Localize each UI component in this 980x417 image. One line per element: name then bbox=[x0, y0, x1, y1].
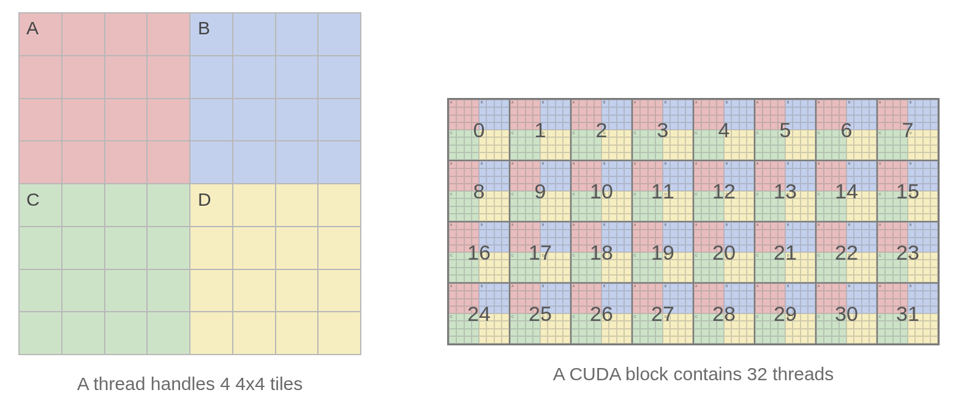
label-a: A bbox=[26, 18, 39, 39]
thread-number: 15 bbox=[878, 161, 938, 221]
thread-number: 0 bbox=[449, 100, 509, 160]
thread-20: ABCD20 bbox=[693, 222, 755, 283]
thread-8: ABCD8 bbox=[448, 160, 510, 222]
thread-4: ABCD4 bbox=[693, 99, 755, 160]
thread-3: ABCD3 bbox=[632, 99, 693, 160]
thread-number: 21 bbox=[755, 222, 815, 282]
thread-number: 27 bbox=[633, 284, 693, 344]
thread-15: ABCD15 bbox=[877, 160, 938, 222]
thread-number: 8 bbox=[449, 161, 509, 221]
label-c: C bbox=[26, 189, 40, 210]
thread-number: 28 bbox=[694, 284, 754, 344]
thread-24: ABCD24 bbox=[448, 283, 510, 344]
thread-23: ABCD23 bbox=[877, 222, 938, 283]
thread-1: ABCD1 bbox=[510, 99, 571, 160]
thread-10: ABCD10 bbox=[571, 160, 632, 222]
right-panel: ABCD0ABCD1ABCD2ABCD3ABCD4ABCD5ABCD6ABCD7… bbox=[447, 98, 940, 385]
thread-2: ABCD2 bbox=[571, 99, 632, 160]
thread-21: ABCD21 bbox=[755, 222, 816, 283]
thread-13: ABCD13 bbox=[755, 160, 816, 222]
thread-number: 10 bbox=[571, 161, 631, 221]
thread-14: ABCD14 bbox=[816, 160, 877, 222]
thread-number: 5 bbox=[755, 100, 815, 160]
left-panel: A B C D A thread handles 4 4x4 tiles bbox=[18, 12, 361, 394]
label-b: B bbox=[198, 18, 210, 39]
thread-12: ABCD12 bbox=[693, 160, 755, 222]
thread-16: ABCD16 bbox=[448, 222, 510, 283]
thread-number: 22 bbox=[816, 222, 876, 282]
thread-number: 24 bbox=[449, 284, 509, 344]
thread-diagram: A B C D bbox=[18, 12, 361, 355]
thread-6: ABCD6 bbox=[816, 99, 877, 160]
thread-number: 20 bbox=[694, 222, 754, 282]
thread-5: ABCD5 bbox=[755, 99, 816, 160]
thread-29: ABCD29 bbox=[755, 283, 816, 344]
thread-number: 17 bbox=[510, 222, 570, 282]
thread-number: 25 bbox=[510, 284, 570, 344]
thread-25: ABCD25 bbox=[510, 283, 571, 344]
cuda-block: ABCD0ABCD1ABCD2ABCD3ABCD4ABCD5ABCD6ABCD7… bbox=[447, 98, 940, 345]
thread-27: ABCD27 bbox=[632, 283, 693, 344]
thread-30: ABCD30 bbox=[816, 283, 877, 344]
thread-0: ABCD0 bbox=[448, 99, 510, 160]
thread-18: ABCD18 bbox=[571, 222, 632, 283]
thread-19: ABCD19 bbox=[632, 222, 693, 283]
thread-number: 11 bbox=[633, 161, 693, 221]
thread-number: 18 bbox=[571, 222, 631, 282]
thread-26: ABCD26 bbox=[571, 283, 632, 344]
thread-number: 6 bbox=[816, 100, 876, 160]
label-d: D bbox=[198, 189, 211, 210]
right-caption: A CUDA block contains 32 threads bbox=[553, 364, 834, 385]
thread-number: 3 bbox=[633, 100, 693, 160]
left-caption: A thread handles 4 4x4 tiles bbox=[77, 374, 303, 394]
thread-number: 12 bbox=[694, 161, 754, 221]
thread-number: 23 bbox=[878, 222, 938, 282]
thread-number: 2 bbox=[571, 100, 631, 160]
thread-number: 26 bbox=[571, 284, 631, 344]
thread-number: 30 bbox=[816, 284, 876, 344]
thread-17: ABCD17 bbox=[510, 222, 571, 283]
thread-11: ABCD11 bbox=[632, 160, 693, 222]
thread-9: ABCD9 bbox=[510, 160, 571, 222]
thread-number: 29 bbox=[755, 284, 815, 344]
thread-number: 13 bbox=[755, 161, 815, 221]
thread-22: ABCD22 bbox=[816, 222, 877, 283]
thread-number: 14 bbox=[816, 161, 876, 221]
thread-number: 7 bbox=[878, 100, 938, 160]
thread-28: ABCD28 bbox=[693, 283, 755, 344]
thread-7: ABCD7 bbox=[877, 99, 938, 160]
thread-number: 31 bbox=[878, 284, 938, 344]
thread-31: ABCD31 bbox=[877, 283, 938, 344]
thread-number: 19 bbox=[633, 222, 693, 282]
thread-number: 9 bbox=[510, 161, 570, 221]
thread-number: 16 bbox=[449, 222, 509, 282]
thread-number: 4 bbox=[694, 100, 754, 160]
thread-number: 1 bbox=[510, 100, 570, 160]
